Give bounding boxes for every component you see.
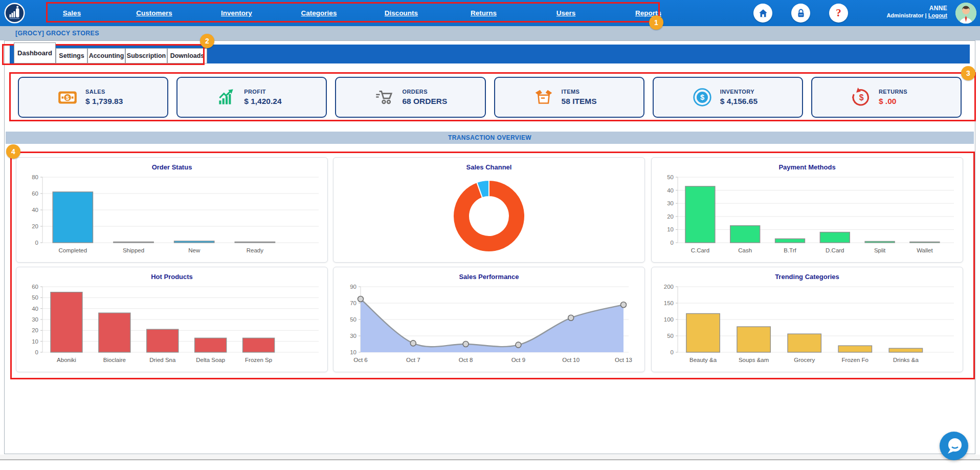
svg-text:50: 50 <box>667 174 674 180</box>
svg-text:Drinks &a: Drinks &a <box>893 357 919 363</box>
svg-text:Frozen Sp: Frozen Sp <box>245 357 272 363</box>
lock-button[interactable] <box>791 4 810 23</box>
chat-button[interactable] <box>940 432 968 460</box>
svg-text:80: 80 <box>32 174 38 180</box>
chart-sales-channel: Sales Channel <box>333 157 645 263</box>
svg-text:C.Card: C.Card <box>691 247 709 253</box>
breadcrumb: [GROCY] GROCY STORES <box>15 30 99 37</box>
home-icon <box>756 7 770 20</box>
svg-text:30: 30 <box>350 333 357 339</box>
stat-card-sales: $ SALES $ 1,739.83 <box>18 77 168 118</box>
chart-title: Order Status <box>16 163 327 171</box>
svg-text:60: 60 <box>32 190 38 197</box>
order-status-bar-chart: 020406080CompletedShippedNewReady <box>19 172 325 259</box>
tab-downloads[interactable]: Downloads <box>167 48 207 63</box>
stat-card-returns: $ RETURNS $ .00 <box>811 77 962 118</box>
svg-text:0: 0 <box>671 240 674 246</box>
svg-text:Oct 8: Oct 8 <box>459 357 473 363</box>
chart-trending-categories: Trending Categories 050100150200Beauty &… <box>651 267 963 372</box>
stat-card-inventory: $ INVENTORY $ 4,156.65 <box>653 77 803 118</box>
svg-text:30: 30 <box>667 200 674 206</box>
svg-text:40: 40 <box>32 306 38 312</box>
top-navbar: Sales Customers Inventory Categories Dis… <box>0 0 980 26</box>
main-nav: Sales Customers Inventory Categories Dis… <box>31 0 689 26</box>
tab-subscription[interactable]: Subscription <box>125 48 167 63</box>
chart-title: Trending Categories <box>652 273 963 281</box>
chart-title: Sales Performance <box>333 273 644 281</box>
svg-text:New: New <box>188 247 201 253</box>
svg-text:Wallet: Wallet <box>917 247 933 253</box>
svg-text:20: 20 <box>667 213 674 220</box>
svg-text:10: 10 <box>32 338 38 345</box>
nav-item-categories[interactable]: Categories <box>278 9 360 17</box>
stat-value: $ 1,739.83 <box>85 97 129 106</box>
svg-text:Delta Soap: Delta Soap <box>196 357 225 363</box>
help-button[interactable]: ? <box>829 4 848 23</box>
bottom-divider <box>0 459 980 460</box>
svg-text:70: 70 <box>350 300 357 306</box>
app-logo-icon <box>4 3 25 24</box>
return-icon: $ <box>850 87 872 108</box>
annotation-badge-2: 2 <box>200 34 214 48</box>
annotation-badge-3: 3 <box>961 66 975 80</box>
nav-item-sales[interactable]: Sales <box>31 9 113 17</box>
stat-label: SALES <box>85 89 129 95</box>
home-button[interactable] <box>753 4 772 23</box>
svg-text:Dried Sna: Dried Sna <box>149 357 176 363</box>
svg-text:50: 50 <box>32 294 38 301</box>
question-icon: ? <box>836 7 841 19</box>
nav-item-discounts[interactable]: Discounts <box>360 9 442 17</box>
svg-text:B.Trf: B.Trf <box>784 247 796 253</box>
divider: | <box>925 12 927 18</box>
svg-text:40: 40 <box>667 187 674 194</box>
nav-item-reports[interactable]: Reports <box>607 9 689 17</box>
svg-text:10: 10 <box>350 349 357 355</box>
svg-text:$: $ <box>700 93 704 101</box>
nav-item-users[interactable]: Users <box>525 9 607 17</box>
stat-value: 68 ORDERS <box>402 97 447 106</box>
nav-item-customers[interactable]: Customers <box>113 9 195 17</box>
nav-item-inventory[interactable]: Inventory <box>195 9 278 17</box>
nav-item-returns[interactable]: Returns <box>442 9 525 17</box>
stat-card-items: ITEMS 58 ITEMS <box>494 77 644 118</box>
annotation-badge-1: 1 <box>649 15 663 30</box>
logout-link[interactable]: Logout <box>928 12 947 18</box>
svg-text:150: 150 <box>664 300 674 306</box>
svg-text:0: 0 <box>671 349 674 355</box>
stat-card-profit: PROFIT $ 1,420.24 <box>176 77 327 118</box>
svg-text:Shipped: Shipped <box>123 247 144 253</box>
stat-label: ITEMS <box>562 89 606 95</box>
svg-text:Oct 6: Oct 6 <box>353 357 367 363</box>
stats-row: $ SALES $ 1,739.83 <box>18 77 962 118</box>
bottom-gap <box>0 455 980 459</box>
svg-text:Split: Split <box>874 247 886 253</box>
hot-products-bar-chart: 0102030405060AbonikiBioclaireDried SnaDe… <box>19 282 325 369</box>
stat-value: 58 ITEMS <box>562 97 606 106</box>
svg-text:$: $ <box>66 95 70 101</box>
trending-categories-bar-chart: 050100150200Beauty &aSoups &amGroceryFro… <box>654 282 960 369</box>
tab-settings[interactable]: Settings <box>56 48 87 63</box>
stat-card-orders: ORDERS 68 ORDERS <box>335 77 485 118</box>
svg-text:90: 90 <box>350 284 357 290</box>
sales-performance-line-chart: 1030507090Oct 6Oct 7Oct 8Oct 9Oct 10Oct … <box>336 282 642 369</box>
user-name: ANNE <box>886 5 947 12</box>
money-icon: $ <box>57 87 78 108</box>
stat-label: PROFIT <box>244 89 288 95</box>
stat-label: RETURNS <box>879 89 923 95</box>
svg-text:100: 100 <box>664 316 674 323</box>
sales-channel-donut-chart <box>336 172 642 260</box>
tab-accounting[interactable]: Accounting <box>87 48 125 63</box>
svg-text:200: 200 <box>664 284 674 290</box>
user-block: ANNE Administrator | Logout <box>886 5 947 19</box>
coin-icon: $ <box>692 87 713 108</box>
svg-text:Beauty &a: Beauty &a <box>689 357 717 363</box>
user-avatar[interactable] <box>955 3 976 24</box>
chart-title: Sales Channel <box>333 163 644 171</box>
svg-text:30: 30 <box>32 316 38 323</box>
svg-text:10: 10 <box>667 226 674 232</box>
tab-dashboard[interactable]: Dashboard <box>14 42 56 63</box>
chart-title: Payment Methods <box>652 163 963 171</box>
svg-text:Oct 9: Oct 9 <box>511 357 525 363</box>
svg-text:Soups &am: Soups &am <box>739 357 769 363</box>
stat-label: INVENTORY <box>720 89 764 95</box>
